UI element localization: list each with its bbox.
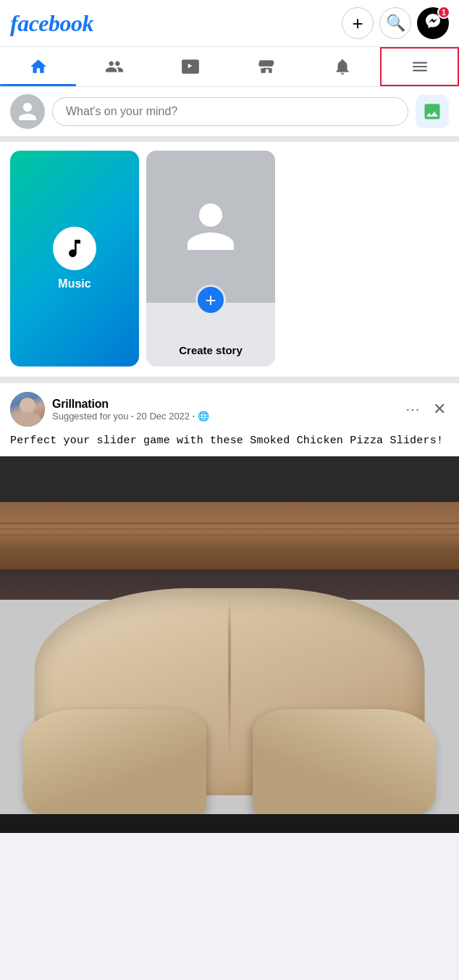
hand-left [23, 709, 207, 822]
messenger-button[interactable]: 1 [417, 7, 449, 39]
person-silhouette-icon [182, 198, 240, 256]
bg-dark-bottom [0, 814, 459, 833]
app-header: facebook + 🔍 1 [0, 0, 459, 47]
status-input[interactable] [52, 97, 408, 126]
tab-marketplace[interactable] [228, 47, 304, 86]
tab-home[interactable] [0, 47, 76, 86]
music-icon [53, 227, 96, 270]
stories-section: Music + Create story [0, 142, 459, 382]
post-date: 20 Dec 2022 [136, 411, 190, 422]
tab-video[interactable] [152, 47, 228, 86]
story-music[interactable]: Music [10, 151, 139, 367]
post-actions: ⋯ ✕ [401, 397, 449, 422]
post-header: Grillnation Suggested for you • 20 Dec 2… [0, 383, 459, 432]
post-author-avatar[interactable] [10, 392, 45, 427]
story-create[interactable]: + Create story [146, 151, 275, 367]
status-bar [0, 87, 459, 142]
post-subtitle: Suggested for you • 20 Dec 2022 • 🌐 [52, 411, 394, 422]
dot-separator: • [132, 413, 134, 419]
create-story-label: Create story [179, 344, 243, 356]
tab-menu[interactable] [380, 47, 459, 86]
tab-friends[interactable] [76, 47, 152, 86]
music-label: Music [58, 277, 90, 290]
create-story-plus-button[interactable]: + [195, 285, 226, 315]
add-post-button[interactable]: + [342, 7, 374, 39]
chicken-split-line [228, 600, 231, 758]
close-post-button[interactable]: ✕ [430, 397, 449, 422]
navigation-tabs [0, 47, 459, 87]
hand-right [253, 709, 437, 822]
search-icon: 🔍 [386, 14, 405, 33]
post-text: Perfect your slider game with these Smok… [0, 432, 459, 456]
post-image-visual [0, 456, 459, 833]
suggested-label: Suggested for you [52, 411, 129, 422]
header-action-buttons: + 🔍 1 [342, 7, 449, 39]
post-author-name: Grillnation [52, 398, 394, 411]
dot-separator-2: • [193, 413, 195, 419]
bg-wood [0, 502, 459, 570]
photo-button[interactable] [416, 95, 449, 128]
create-story-avatar [146, 151, 275, 303]
post-meta: Grillnation Suggested for you • 20 Dec 2… [52, 398, 394, 422]
user-avatar-icon [17, 101, 38, 122]
tab-notifications[interactable] [304, 47, 380, 86]
post-image [0, 456, 459, 833]
more-options-button[interactable]: ⋯ [401, 398, 426, 421]
facebook-logo: facebook [10, 10, 93, 37]
messenger-badge: 1 [437, 6, 450, 19]
search-button[interactable]: 🔍 [379, 7, 411, 39]
user-avatar [10, 94, 45, 129]
photo-icon [422, 101, 442, 122]
globe-icon: 🌐 [198, 411, 209, 422]
post-card: Grillnation Suggested for you • 20 Dec 2… [0, 382, 459, 833]
plus-icon: + [352, 12, 363, 35]
bg-dark-top [0, 456, 459, 501]
